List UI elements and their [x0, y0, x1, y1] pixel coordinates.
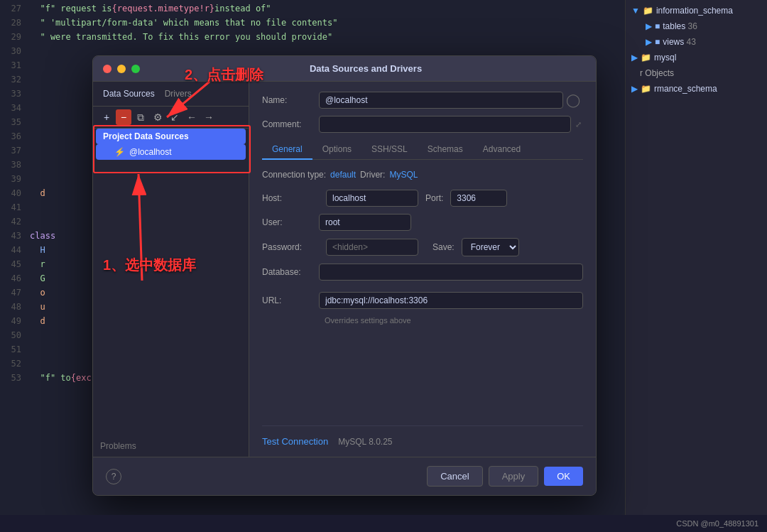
test-connection-row: Test Connection MySQL 8.0.25 — [262, 425, 583, 447]
dialog-data-sources: Data Sources and Drivers Data Sources Dr… — [92, 55, 597, 496]
sidebar-item-information-schema[interactable]: ▼ 📁 information_schema — [629, 3, 764, 18]
driver-label: Driver: — [360, 170, 385, 180]
connection-type-row: Connection type: default Driver: MySQL — [262, 170, 583, 180]
expand-comment-button[interactable]: ⤢ — [574, 119, 583, 131]
back-button[interactable]: ← — [184, 109, 200, 125]
forward-button[interactable]: → — [201, 109, 217, 125]
name-input[interactable] — [319, 92, 563, 109]
database-row: Database: — [262, 264, 583, 281]
save-select[interactable]: Forever Session Never — [462, 238, 519, 256]
datasource-icon: ⚡ — [114, 147, 125, 157]
arrow-down-button[interactable]: ↙ — [167, 109, 183, 125]
database-label: Database: — [262, 267, 319, 277]
help-button[interactable]: ? — [106, 469, 121, 484]
sidebar-item-views[interactable]: ▶ ■ views 43 — [629, 34, 764, 50]
tab-advanced[interactable]: Advanced — [473, 140, 531, 160]
cancel-button[interactable]: Cancel — [427, 466, 482, 487]
add-button[interactable]: + — [99, 109, 114, 125]
right-panel: Name: ◯ Comment: ⤢ General Options SSH/S… — [249, 82, 596, 457]
url-label: URL: — [262, 295, 319, 305]
tab-drivers[interactable]: Drivers — [162, 87, 195, 100]
version-label: MySQL 8.0.25 — [338, 437, 392, 447]
url-section: URL: Overrides settings above — [262, 292, 583, 325]
datasource-localhost[interactable]: ⚡ @localhost — [96, 144, 246, 160]
apply-button[interactable]: Apply — [489, 466, 539, 487]
dialog-title: Data Sources and Drivers — [146, 63, 586, 74]
watermark: CSDN @m0_48891301 — [676, 519, 758, 528]
comment-row: Comment: ⤢ — [262, 116, 583, 133]
name-label: Name: — [262, 95, 319, 105]
user-row: User: — [262, 214, 583, 231]
close-button[interactable] — [103, 65, 111, 73]
tab-data-sources[interactable]: Data Sources — [100, 87, 158, 100]
comment-input-wrapper: ⤢ — [319, 116, 583, 133]
tab-general[interactable]: General — [262, 140, 312, 160]
status-bar: CSDN @m0_48891301 — [0, 515, 767, 532]
database-input[interactable] — [319, 264, 583, 281]
footer-left: ? — [106, 469, 121, 484]
problems-label: Problems — [93, 438, 249, 457]
sidebar-item-robjects[interactable]: r Objects — [629, 65, 764, 81]
name-row: Name: ◯ — [262, 92, 583, 109]
comment-input[interactable] — [319, 116, 571, 133]
password-row: Password: Save: Forever Session Never — [262, 238, 583, 256]
host-port-row: Host: Port: — [262, 190, 583, 207]
maximize-button[interactable] — [131, 65, 140, 73]
sidebar-item-mysql[interactable]: ▶ 📁 mysql — [629, 50, 764, 65]
toolbar-row: + − ⧉ ⚙ ↙ ← → — [93, 107, 249, 129]
conn-type-label: Connection type: — [262, 170, 326, 180]
dialog-footer: ? Cancel Apply OK — [93, 457, 596, 495]
password-input[interactable] — [326, 239, 418, 256]
tab-ssh-ssl[interactable]: SSH/SSL — [361, 140, 418, 160]
test-connection-link[interactable]: Test Connection — [262, 436, 328, 447]
panel-tabs: Data Sources Drivers — [93, 82, 249, 107]
sidebar-item-tables[interactable]: ▶ ■ tables 36 — [629, 18, 764, 34]
port-input[interactable] — [450, 190, 507, 207]
tab-schemas[interactable]: Schemas — [418, 140, 473, 160]
save-label: Save: — [433, 242, 455, 252]
dialog-body: Data Sources Drivers + − ⧉ ⚙ ↙ ← → Proje… — [93, 82, 596, 457]
user-input[interactable] — [319, 214, 411, 231]
minimize-button[interactable] — [117, 65, 126, 73]
sidebar-item-performance-schema[interactable]: ▶ 📁 rmance_schema — [629, 81, 764, 97]
line-numbers: 27282930 31323334 35363738 39404142 4344… — [0, 0, 27, 532]
url-input[interactable] — [319, 292, 583, 309]
settings-button[interactable]: ⚙ — [150, 109, 165, 125]
dialog-titlebar: Data Sources and Drivers — [93, 56, 596, 82]
host-label: Host: — [262, 193, 319, 203]
ok-button[interactable]: OK — [544, 467, 583, 486]
footer-right: Cancel Apply OK — [427, 466, 583, 487]
host-input[interactable] — [326, 190, 418, 207]
conn-type-value[interactable]: default — [330, 170, 356, 180]
left-panel: Data Sources Drivers + − ⧉ ⚙ ↙ ← → Proje… — [93, 82, 249, 457]
password-label: Password: — [262, 242, 319, 252]
url-note: Overrides settings above — [262, 316, 583, 325]
tab-bar: General Options SSH/SSL Schemas Advanced — [262, 140, 583, 160]
duplicate-button[interactable]: ⧉ — [133, 109, 148, 125]
comment-label: Comment: — [262, 119, 319, 129]
datasource-label: @localhost — [129, 147, 172, 157]
name-input-wrapper: ◯ — [319, 92, 583, 109]
section-project-data-sources[interactable]: Project Data Sources — [96, 129, 246, 144]
port-label: Port: — [425, 193, 443, 203]
remove-button[interactable]: − — [116, 109, 131, 125]
right-sidebar: ▼ 📁 information_schema ▶ ■ tables 36 ▶ ■… — [625, 0, 767, 532]
driver-value[interactable]: MySQL — [389, 170, 418, 180]
url-row: URL: — [262, 292, 583, 309]
user-label: User: — [262, 217, 319, 227]
tab-options[interactable]: Options — [312, 140, 361, 160]
